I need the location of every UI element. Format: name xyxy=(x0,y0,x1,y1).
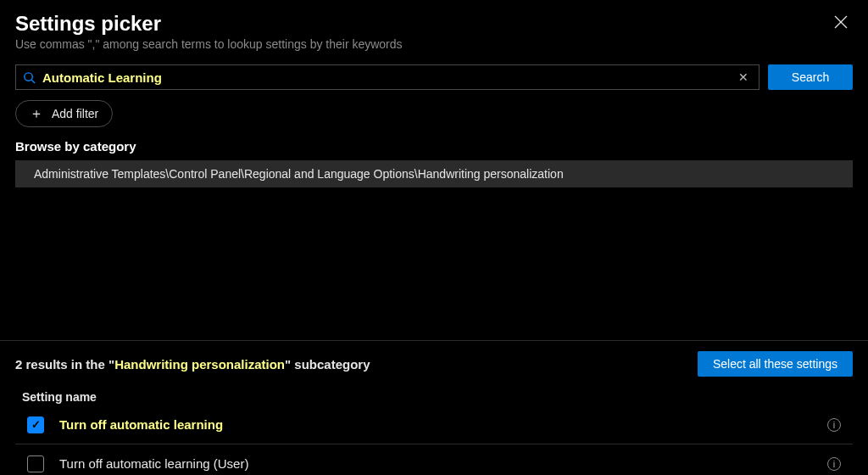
svg-line-3 xyxy=(31,80,35,83)
search-icon xyxy=(23,71,36,84)
search-input-container[interactable]: ✕ xyxy=(15,64,760,90)
category-breadcrumb[interactable]: Administrative Templates\Control Panel\R… xyxy=(15,160,853,187)
close-icon xyxy=(834,15,848,29)
table-row[interactable]: Turn off automatic learning i xyxy=(15,405,853,444)
results-summary: 2 results in the "Handwriting personaliz… xyxy=(15,357,370,372)
table-row[interactable]: Turn off automatic learning (User) i xyxy=(15,444,853,475)
column-header-setting-name: Setting name xyxy=(22,390,853,404)
svg-point-2 xyxy=(25,72,32,80)
setting-name-label: Turn off automatic learning (User) xyxy=(59,456,827,471)
row-checkbox[interactable] xyxy=(27,416,44,433)
search-input[interactable] xyxy=(42,70,735,85)
info-icon[interactable]: i xyxy=(827,457,841,471)
clear-search-button[interactable]: ✕ xyxy=(735,70,752,84)
select-all-button[interactable]: Select all these settings xyxy=(698,351,853,377)
search-button[interactable]: Search xyxy=(768,64,853,90)
row-checkbox[interactable] xyxy=(27,455,44,472)
info-icon[interactable]: i xyxy=(827,418,841,432)
browse-by-category-label: Browse by category xyxy=(15,139,853,154)
plus-icon: ＋ xyxy=(30,107,43,120)
add-filter-label: Add filter xyxy=(52,107,98,120)
section-divider xyxy=(0,340,868,341)
add-filter-button[interactable]: ＋ Add filter xyxy=(15,100,113,127)
close-button[interactable] xyxy=(829,12,853,36)
page-title: Settings picker xyxy=(15,12,403,36)
setting-name-label: Turn off automatic learning xyxy=(59,417,827,432)
page-subtitle: Use commas "," among search terms to loo… xyxy=(15,37,403,51)
